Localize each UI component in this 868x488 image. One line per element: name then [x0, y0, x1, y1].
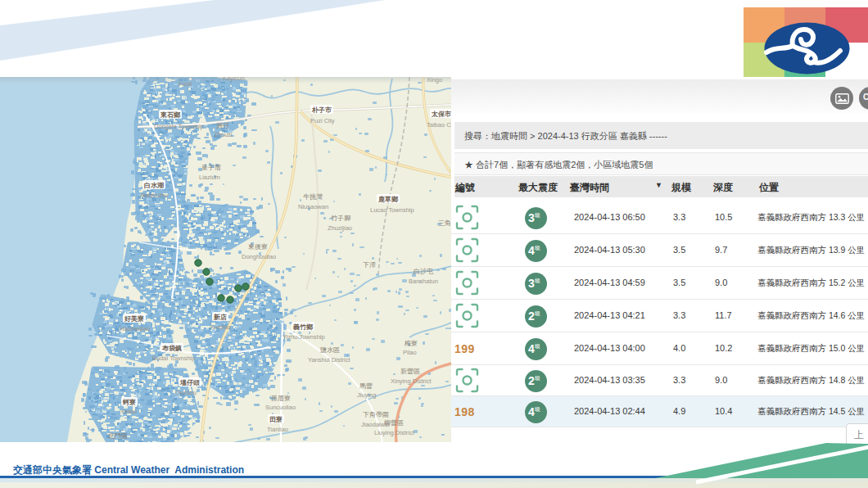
svg-text:孫厝寮: 孫厝寮	[271, 395, 291, 402]
svg-text:梅寮: 梅寮	[404, 340, 418, 347]
svg-text:朴子市: 朴子市	[311, 106, 332, 114]
svg-text:Niusaowan: Niusaowan	[298, 203, 328, 210]
svg-text:洲仔: 洲仔	[216, 122, 229, 129]
svg-text:東石鄉: 東石鄉	[160, 111, 181, 119]
svg-text:Jiuying: Jiuying	[357, 391, 376, 399]
svg-text:竹子腳: 竹子腳	[331, 215, 350, 222]
svg-text:Baishuihu: Baishuihu	[141, 192, 168, 199]
svg-text:鹿草鄉: 鹿草鄉	[377, 196, 399, 203]
svg-text:Ouzitou: Ouzitou	[175, 389, 197, 396]
svg-text:Yanshui District: Yanshui District	[308, 356, 350, 364]
svg-text:量子厝: 量子厝	[201, 164, 221, 171]
svg-text:Suncuoliao: Suncuoliao	[265, 404, 296, 411]
svg-text:東後寮: 東後寮	[248, 243, 268, 251]
svg-text:新營區: 新營區	[400, 368, 420, 375]
svg-text:Zhuzijiao: Zhuzijiao	[328, 224, 352, 232]
svg-text:Donghouliao: Donghouliao	[242, 253, 276, 260]
svg-text:三角仔: 三角仔	[438, 219, 451, 227]
svg-text:Banshatun: Banshatun	[409, 278, 438, 285]
svg-text:Haomeiliao: Haomeiliao	[120, 325, 151, 332]
svg-text:太保市: 太保市	[431, 110, 451, 118]
svg-text:Dongshi Township: Dongshi Township	[154, 123, 204, 130]
svg-text:Zhouzi: Zhouzi	[214, 131, 233, 138]
svg-text:牛挑灣: 牛挑灣	[303, 193, 323, 201]
svg-text:鹽水區: 鹽水區	[320, 346, 340, 354]
svg-text:塭仔頭: 塭仔頭	[179, 379, 200, 386]
svg-text:Pilao: Pilao	[403, 349, 417, 356]
svg-text:新店: 新店	[213, 313, 227, 321]
svg-text:Kelao: Kelao	[121, 408, 137, 415]
svg-text:Xinying District: Xinying District	[391, 377, 432, 385]
svg-text:布袋鎮: 布袋鎮	[161, 345, 182, 352]
svg-text:Puzi City: Puzi City	[310, 117, 335, 124]
svg-text:Yizhu Township: Yizhu Township	[283, 333, 325, 341]
svg-text:田寮: 田寮	[269, 416, 283, 423]
svg-text:Kindian: Kindian	[210, 323, 231, 331]
svg-text:義竹鄉: 義竹鄉	[292, 323, 314, 331]
svg-text:Liazium: Liazium	[199, 174, 220, 181]
svg-text:Liuying District: Liuying District	[374, 429, 415, 436]
svg-text:北門區: 北門區	[107, 432, 128, 440]
svg-text:Budai Township: Budai Township	[152, 355, 195, 362]
svg-text:白水湖: 白水湖	[144, 182, 164, 189]
svg-text:下角帶圍: 下角帶圍	[363, 411, 389, 418]
svg-text:柳營區: 柳營區	[384, 419, 404, 427]
svg-text:Tianliao: Tianliao	[267, 426, 288, 433]
svg-text:馬營: 馬營	[359, 382, 373, 390]
svg-text:Lucao Township: Lucao Township	[370, 206, 414, 214]
svg-text:白沙屯: 白沙屯	[414, 268, 434, 275]
svg-text:好美寮: 好美寮	[124, 314, 144, 323]
svg-text:下潭: 下潭	[363, 261, 376, 269]
svg-text:蚵寮: 蚵寮	[122, 399, 136, 406]
svg-text:Taibao City: Taibao City	[427, 121, 451, 129]
